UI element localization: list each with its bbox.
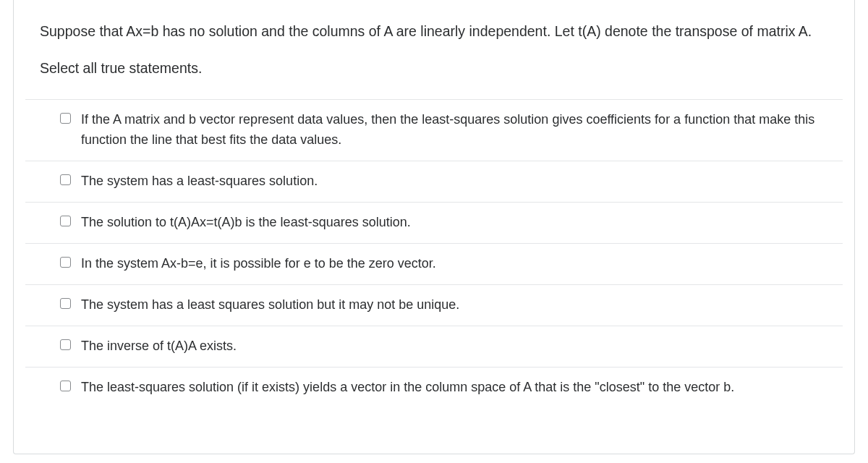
question-card: Suppose that Ax=b has no solution and th… <box>13 0 855 454</box>
option-row[interactable]: If the A matrix and b vector represent d… <box>25 99 843 161</box>
option-label: In the system Ax-b=e, it is possible for… <box>81 254 828 274</box>
option-label: The inverse of t(A)A exists. <box>81 336 828 357</box>
checkbox-icon[interactable] <box>60 257 71 268</box>
option-row[interactable]: The solution to t(A)Ax=t(A)b is the leas… <box>25 202 843 243</box>
option-label: The solution to t(A)Ax=t(A)b is the leas… <box>81 213 828 233</box>
checkbox-icon[interactable] <box>60 174 71 185</box>
option-row[interactable]: The least-squares solution (if it exists… <box>25 367 843 408</box>
checkbox-icon[interactable] <box>60 113 71 124</box>
checkbox-icon[interactable] <box>60 298 71 309</box>
question-instruction: Select all true statements. <box>40 58 828 79</box>
question-body: Suppose that Ax=b has no solution and th… <box>14 0 854 99</box>
option-row[interactable]: The system has a least squares solution … <box>25 284 843 326</box>
option-row[interactable]: In the system Ax-b=e, it is possible for… <box>25 243 843 284</box>
option-label: If the A matrix and b vector represent d… <box>81 110 828 150</box>
option-label: The least-squares solution (if it exists… <box>81 378 828 398</box>
options-list: If the A matrix and b vector represent d… <box>14 99 854 407</box>
option-label: The system has a least squares solution … <box>81 295 828 315</box>
checkbox-icon[interactable] <box>60 339 71 350</box>
option-label: The system has a least-squares solution. <box>81 171 828 192</box>
checkbox-icon[interactable] <box>60 381 71 391</box>
checkbox-icon[interactable] <box>60 216 71 226</box>
option-row[interactable]: The system has a least-squares solution. <box>25 161 843 202</box>
option-row[interactable]: The inverse of t(A)A exists. <box>25 326 843 367</box>
question-prompt: Suppose that Ax=b has no solution and th… <box>40 20 828 42</box>
